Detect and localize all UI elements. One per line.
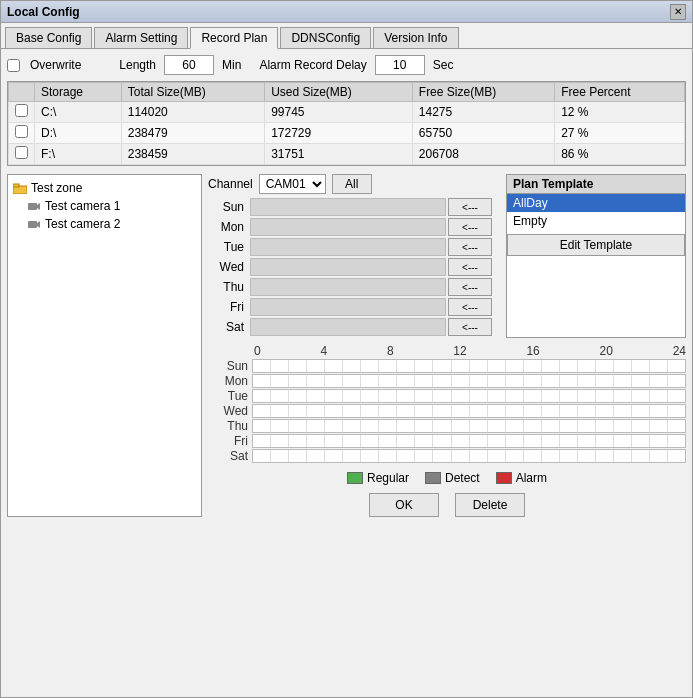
row-checkbox[interactable] <box>15 146 28 159</box>
timeline-bar-row[interactable] <box>252 389 686 403</box>
timeline-cell[interactable] <box>379 398 397 402</box>
timeline-cell[interactable] <box>596 383 614 387</box>
timeline-cell[interactable] <box>253 428 271 432</box>
tab-alarm-setting[interactable]: Alarm Setting <box>94 27 188 48</box>
timeline-cell[interactable] <box>668 443 685 447</box>
timeline-cell[interactable] <box>524 443 542 447</box>
timeline-cell[interactable] <box>343 428 361 432</box>
schedule-bar[interactable] <box>250 258 446 276</box>
timeline-cell[interactable] <box>596 398 614 402</box>
timeline-cell[interactable] <box>596 413 614 417</box>
channel-select[interactable]: CAM01 <box>259 174 326 194</box>
timeline-cell[interactable] <box>343 413 361 417</box>
schedule-bar[interactable] <box>250 278 446 296</box>
timeline-cell[interactable] <box>524 428 542 432</box>
timeline-cell[interactable] <box>668 383 685 387</box>
timeline-cell[interactable] <box>470 398 488 402</box>
timeline-cell[interactable] <box>361 398 379 402</box>
timeline-cell[interactable] <box>253 368 271 372</box>
timeline-cell[interactable] <box>578 458 596 462</box>
timeline-cell[interactable] <box>433 458 451 462</box>
timeline-cell[interactable] <box>614 368 632 372</box>
tab-base-config[interactable]: Base Config <box>5 27 92 48</box>
timeline-cell[interactable] <box>379 428 397 432</box>
timeline-cell[interactable] <box>470 413 488 417</box>
timeline-cell[interactable] <box>650 413 668 417</box>
timeline-cell[interactable] <box>271 398 289 402</box>
timeline-cell[interactable] <box>433 383 451 387</box>
timeline-cell[interactable] <box>307 413 325 417</box>
timeline-cell[interactable] <box>632 413 650 417</box>
timeline-cell[interactable] <box>632 428 650 432</box>
timeline-bar-row[interactable] <box>252 419 686 433</box>
timeline-cell[interactable] <box>650 368 668 372</box>
timeline-cell[interactable] <box>325 458 343 462</box>
timeline-cell[interactable] <box>560 458 578 462</box>
timeline-cell[interactable] <box>343 398 361 402</box>
timeline-cell[interactable] <box>506 368 524 372</box>
timeline-cell[interactable] <box>307 398 325 402</box>
timeline-cell[interactable] <box>578 368 596 372</box>
timeline-cell[interactable] <box>289 368 307 372</box>
timeline-cell[interactable] <box>433 428 451 432</box>
timeline-cell[interactable] <box>452 398 470 402</box>
timeline-cell[interactable] <box>271 428 289 432</box>
timeline-cell[interactable] <box>307 443 325 447</box>
timeline-cell[interactable] <box>271 443 289 447</box>
timeline-cell[interactable] <box>325 368 343 372</box>
timeline-cell[interactable] <box>289 413 307 417</box>
timeline-cell[interactable] <box>452 368 470 372</box>
timeline-cell[interactable] <box>542 428 560 432</box>
timeline-cell[interactable] <box>632 458 650 462</box>
timeline-cell[interactable] <box>379 413 397 417</box>
timeline-cell[interactable] <box>632 398 650 402</box>
timeline-cell[interactable] <box>650 458 668 462</box>
timeline-cell[interactable] <box>415 398 433 402</box>
timeline-cell[interactable] <box>560 398 578 402</box>
timeline-cell[interactable] <box>506 443 524 447</box>
timeline-cell[interactable] <box>506 428 524 432</box>
timeline-cell[interactable] <box>560 428 578 432</box>
all-button[interactable]: All <box>332 174 372 194</box>
timeline-cell[interactable] <box>614 428 632 432</box>
timeline-cell[interactable] <box>343 443 361 447</box>
timeline-cell[interactable] <box>578 383 596 387</box>
timeline-cell[interactable] <box>506 398 524 402</box>
timeline-cell[interactable] <box>307 428 325 432</box>
plan-list-item[interactable]: Empty <box>507 212 685 230</box>
timeline-cell[interactable] <box>524 413 542 417</box>
length-input[interactable] <box>164 55 214 75</box>
timeline-cell[interactable] <box>452 458 470 462</box>
timeline-cell[interactable] <box>253 398 271 402</box>
delay-input[interactable] <box>375 55 425 75</box>
timeline-cell[interactable] <box>668 458 685 462</box>
timeline-cell[interactable] <box>397 413 415 417</box>
timeline-cell[interactable] <box>488 398 506 402</box>
timeline-cell[interactable] <box>433 368 451 372</box>
timeline-cell[interactable] <box>325 413 343 417</box>
timeline-cell[interactable] <box>470 383 488 387</box>
row-checkbox[interactable] <box>15 125 28 138</box>
arrow-button[interactable]: <--- <box>448 318 492 336</box>
timeline-cell[interactable] <box>542 383 560 387</box>
delete-button[interactable]: Delete <box>455 493 525 517</box>
timeline-cell[interactable] <box>488 368 506 372</box>
timeline-cell[interactable] <box>415 443 433 447</box>
timeline-cell[interactable] <box>614 383 632 387</box>
timeline-cell[interactable] <box>524 458 542 462</box>
timeline-cell[interactable] <box>271 368 289 372</box>
tab-ddns-config[interactable]: DDNSConfig <box>280 27 371 48</box>
schedule-bar[interactable] <box>250 198 446 216</box>
timeline-cell[interactable] <box>253 413 271 417</box>
timeline-cell[interactable] <box>397 458 415 462</box>
timeline-cell[interactable] <box>614 443 632 447</box>
timeline-cell[interactable] <box>379 443 397 447</box>
timeline-cell[interactable] <box>650 383 668 387</box>
timeline-cell[interactable] <box>343 368 361 372</box>
timeline-cell[interactable] <box>253 383 271 387</box>
timeline-cell[interactable] <box>542 458 560 462</box>
timeline-cell[interactable] <box>415 428 433 432</box>
timeline-cell[interactable] <box>470 368 488 372</box>
tree-camera-1[interactable]: Test camera 1 <box>26 197 197 215</box>
timeline-cell[interactable] <box>632 443 650 447</box>
